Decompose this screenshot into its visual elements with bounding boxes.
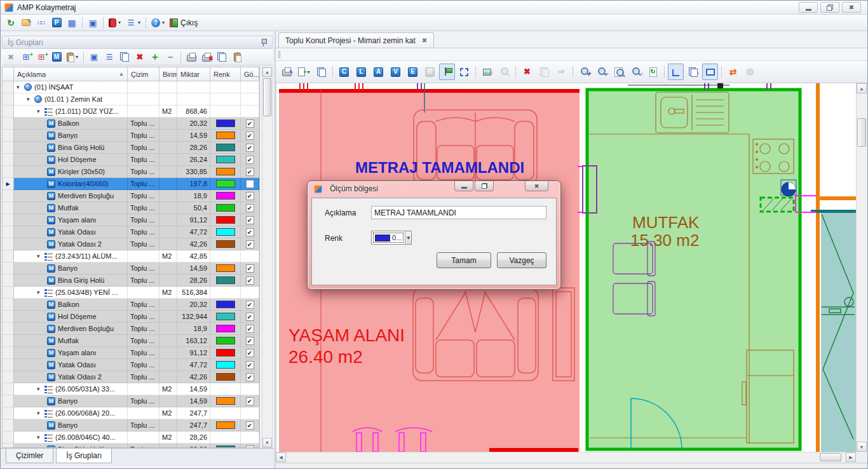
expand-icon[interactable]: ▾ [37, 108, 43, 114]
grid-row[interactable]: MYatak Odası 2Toplu ...42,26✔ [3, 371, 259, 383]
minus-gray-button[interactable] [163, 50, 177, 64]
visibility-checkbox[interactable]: ✔ [246, 204, 254, 212]
grid-row[interactable]: ▶MKolonlar(40X60)Toplu ...197,8 [3, 178, 259, 190]
visibility-checkbox[interactable]: ✔ [246, 397, 254, 405]
page-export-button[interactable]: ▾ [296, 64, 312, 80]
visibility-checkbox[interactable]: ✔ [246, 325, 254, 333]
visibility-checkbox[interactable]: ✔ [246, 373, 254, 381]
clear-x-button[interactable] [4, 50, 18, 64]
table-button[interactable] [65, 16, 79, 30]
print-cancel-button[interactable] [200, 50, 214, 64]
color-swatch[interactable] [216, 361, 235, 369]
column-header-3[interactable]: Birim [159, 67, 177, 81]
grid-scroll-thumb[interactable] [263, 78, 271, 116]
color-swatch[interactable] [216, 397, 235, 405]
visibility-checkbox[interactable]: ✔ [246, 156, 254, 164]
dropdown-arrow-icon[interactable]: ▾ [162, 20, 165, 25]
grid-row[interactable]: ▾(01.01 ) Zemin Kat [3, 93, 259, 105]
visibility-checkbox[interactable]: ✔ [246, 349, 254, 357]
color-swatch[interactable] [216, 156, 235, 163]
grid-row[interactable]: MBalkonToplu ...20,32✔ [3, 299, 259, 311]
print-button[interactable] [184, 50, 198, 64]
grid-scroll-up-button[interactable]: ▲ [262, 67, 272, 77]
grid-row[interactable]: MBanyoToplu ...14,59✔ [3, 130, 259, 142]
visibility-checkbox[interactable]: ✔ [246, 337, 254, 345]
color-swatch[interactable] [216, 119, 235, 127]
letter-e-button[interactable]: E [405, 64, 421, 80]
list-style-button[interactable]: ▾ [124, 16, 142, 30]
layers-button[interactable] [313, 64, 329, 80]
visibility-checkbox[interactable]: ✔ [246, 144, 254, 152]
canvas-scroll-up-button[interactable]: ▲ [857, 83, 867, 93]
selection-button[interactable] [456, 64, 472, 80]
restore-button[interactable] [820, 2, 839, 13]
image-export-button[interactable] [479, 64, 495, 80]
vazgec-button[interactable]: Vazgeç [497, 252, 546, 268]
visibility-checkbox[interactable]: ✔ [246, 132, 254, 140]
tree-add-button[interactable] [19, 50, 33, 64]
minimize-button[interactable] [799, 2, 818, 13]
expand-icon[interactable]: ▾ [37, 386, 43, 392]
grid-row[interactable]: MMutfakToplu ...50,4✔ [3, 202, 259, 214]
visibility-checkbox[interactable]: ✔ [246, 276, 254, 285]
grid-row[interactable]: MYatak OdasıToplu ...47,72✔ [3, 359, 259, 371]
color-swatch[interactable] [216, 132, 235, 139]
canvas-scroll-right-button[interactable]: ▶ [846, 452, 856, 462]
dropdown-arrow-icon[interactable]: ▾ [118, 20, 121, 25]
grid-row[interactable]: ▾(25.043/4B) YENİ ...M2516,384 [3, 287, 259, 299]
canvas-scroll-down-button[interactable]: ▼ [857, 442, 867, 452]
color-swatch[interactable] [216, 313, 235, 320]
zoom-page-button[interactable] [611, 64, 627, 80]
grid-row[interactable]: ▾(26.005/031A) 33...M214,59 [3, 383, 259, 395]
search-button[interactable] [496, 64, 512, 80]
letter-r-button[interactable]: R [422, 64, 438, 80]
visibility-checkbox[interactable]: ✔ [246, 119, 254, 128]
grid-row[interactable]: MYatak OdasıToplu ...47,72✔ [3, 226, 259, 238]
visibility-checkbox[interactable]: ✔ [246, 313, 254, 321]
visibility-checkbox[interactable]: ✔ [246, 216, 254, 224]
visibility-checkbox[interactable]: ✔ [246, 228, 254, 236]
expand-icon[interactable]: ▾ [37, 410, 43, 416]
canvas-horizontal-scrollbar[interactable]: ◀ ▶ [276, 452, 856, 463]
renk-dropdown-button[interactable]: ▼ [405, 231, 411, 244]
zoom-window-button[interactable]: ▫ [628, 64, 644, 80]
copy-button[interactable] [118, 50, 132, 64]
letter-l-button[interactable]: L [353, 64, 369, 80]
color-swatch[interactable] [216, 228, 235, 236]
pan-button[interactable] [742, 64, 758, 80]
dropdown-arrow-icon[interactable]: ▾ [76, 54, 78, 60]
aciklama-input[interactable] [371, 206, 546, 219]
expand-icon[interactable]: ▾ [37, 253, 43, 259]
visibility-checkbox[interactable]: ✔ [246, 301, 254, 309]
color-swatch[interactable] [216, 192, 235, 200]
grid-row[interactable]: MKirişler (30x50)Toplu ...330,85✔ [3, 166, 259, 178]
p-page-button[interactable] [50, 16, 64, 30]
grid-row[interactable]: MBalkonToplu ...20,32✔ [3, 118, 259, 130]
zoom-in-button[interactable]: + [576, 64, 592, 80]
grid-row[interactable]: ▾(21.011) DÜZ YÜZ...M2868,46 [3, 105, 259, 118]
color-swatch[interactable] [216, 301, 235, 308]
plus-green-button[interactable] [148, 50, 162, 64]
color-swatch[interactable] [216, 373, 235, 381]
grid-row[interactable]: ▾(26.006/068A) 20...M2247,7 [3, 407, 259, 419]
expand-icon[interactable]: ▾ [17, 84, 22, 90]
grid-row[interactable]: MMerdiven BoşluğuToplu ...18,9✔ [3, 190, 259, 202]
color-swatch[interactable] [216, 264, 235, 272]
grid-row[interactable]: MBina Giriş HolüToplu ...28,26✔ [3, 275, 259, 287]
grid-row[interactable]: MYaşam alanıToplu ...91,12✔ [3, 214, 259, 226]
folder-edit-button[interactable] [19, 16, 33, 30]
paste-special-button[interactable]: ▾ [65, 50, 80, 64]
drag-grip-icon[interactable] [278, 51, 280, 58]
expand-icon[interactable]: ▾ [37, 289, 43, 296]
letter-a-button[interactable]: A [370, 64, 386, 80]
grid-row[interactable]: MMerdiven BoşluğuToplu ...18,9✔ [3, 323, 259, 335]
grid-vertical-scrollbar[interactable]: ▲ ▼ [262, 67, 273, 448]
color-swatch[interactable] [216, 204, 235, 212]
arrow-right-button[interactable] [553, 64, 569, 80]
grid-row[interactable]: MBanyoToplu ...247,7✔ [3, 419, 259, 432]
color-swatch[interactable] [216, 337, 235, 344]
visibility-checkbox[interactable] [246, 180, 254, 188]
visibility-checkbox[interactable]: ✔ [246, 240, 254, 248]
rect-tool-button[interactable] [702, 64, 718, 80]
column-header-5[interactable]: Renk [210, 67, 241, 81]
